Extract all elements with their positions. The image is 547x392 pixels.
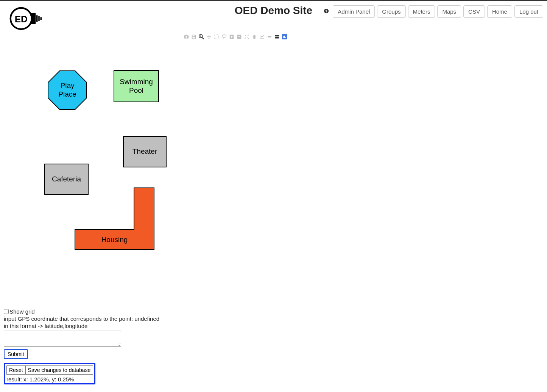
reset-button[interactable]: Reset xyxy=(6,365,26,375)
nav-meters[interactable]: Meters xyxy=(408,5,435,18)
swimming-pool-shape[interactable]: Swimming Pool xyxy=(114,70,159,102)
theater-label: Theater xyxy=(132,147,157,156)
housing-shape-horizontal[interactable]: Housing xyxy=(75,229,154,250)
housing-shape-vertical[interactable] xyxy=(134,187,154,234)
show-grid-label: Show grid xyxy=(9,308,35,315)
theater-shape[interactable]: Theater xyxy=(123,136,167,167)
play-place-label: Play Place xyxy=(58,81,76,99)
swimming-pool-label: Swimming Pool xyxy=(120,78,153,95)
save-button[interactable]: Save changes to database xyxy=(25,365,94,375)
gps-input[interactable] xyxy=(4,331,121,347)
nav-csv[interactable]: CSV xyxy=(463,5,485,18)
play-place-shape[interactable]: Play Place xyxy=(48,71,86,109)
svg-rect-4 xyxy=(41,17,42,20)
action-highlight-box: ResetSave changes to database result: x:… xyxy=(4,363,95,384)
cafeteria-label: Cafeteria xyxy=(52,175,81,184)
cafeteria-shape[interactable]: Cafeteria xyxy=(44,164,89,195)
gps-prompt-line2: in this format -> latitude,longitude xyxy=(4,323,547,329)
help-icon[interactable]: ? xyxy=(324,8,329,15)
bottom-controls: Show grid input GPS coordinate that corr… xyxy=(4,308,547,384)
page-title: OED Demo Site xyxy=(235,5,312,17)
nav-maps[interactable]: Maps xyxy=(437,5,461,18)
topbar: ED OED Demo Site ? Admin Panel Groups Me… xyxy=(0,1,547,32)
svg-rect-2 xyxy=(36,15,38,22)
nav-bar: ? Admin Panel Groups Meters Maps CSV Hom… xyxy=(324,4,543,18)
show-grid-checkbox[interactable] xyxy=(4,309,9,314)
submit-button[interactable]: Submit xyxy=(4,349,28,359)
nav-admin-panel[interactable]: Admin Panel xyxy=(333,5,375,18)
map-canvas[interactable]: Play Place Swimming Pool Theater Cafeter… xyxy=(4,32,288,289)
oed-logo: ED xyxy=(8,5,49,32)
nav-groups[interactable]: Groups xyxy=(377,5,405,18)
svg-text:ED: ED xyxy=(15,14,28,24)
housing-label: Housing xyxy=(101,236,128,244)
svg-text:?: ? xyxy=(325,9,327,13)
nav-home[interactable]: Home xyxy=(487,5,512,18)
gps-prompt-line1: input GPS coordinate that corresponds to… xyxy=(4,315,547,322)
svg-rect-3 xyxy=(38,16,40,21)
housing-joint xyxy=(134,229,154,230)
result-text: result: x: 1.202%, y: 0.25% xyxy=(6,376,93,383)
nav-logout[interactable]: Log out xyxy=(514,5,543,18)
